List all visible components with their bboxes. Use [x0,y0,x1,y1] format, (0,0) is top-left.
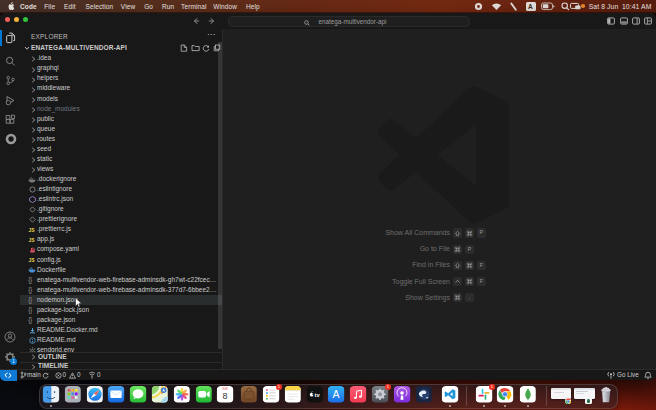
svg-text:tv: tv [314,392,320,398]
svg-text:A: A [333,388,340,400]
svg-text:8: 8 [223,391,228,401]
